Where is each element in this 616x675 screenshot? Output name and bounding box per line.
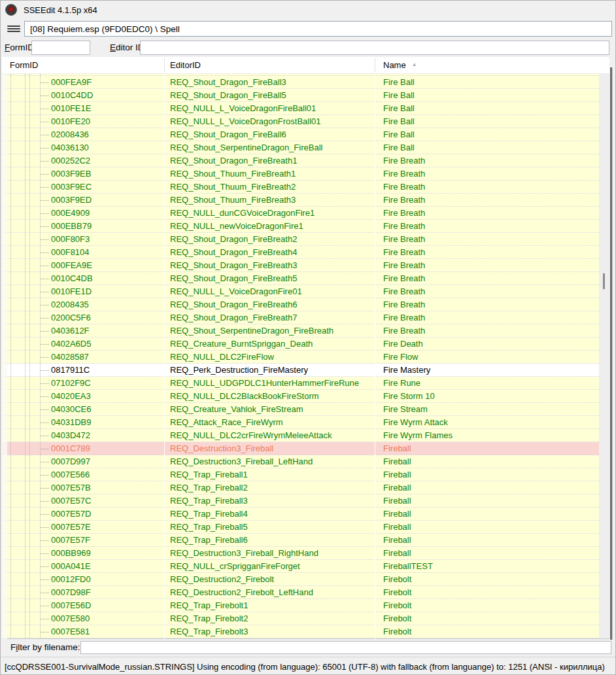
table-row[interactable]: 0007D98FREQ_Destruction2_Firebolt_LeftHa… — [2, 586, 599, 599]
tree-connector — [40, 331, 49, 332]
tree-connector — [40, 213, 49, 214]
tree-connector — [40, 226, 49, 227]
table-row[interactable]: 02008435REQ_Shout_Dragon_FireBreath6Fire… — [2, 298, 599, 311]
table-row[interactable]: 0010C4DBREQ_Shout_Dragon_FireBreath5Fire… — [2, 272, 599, 285]
name-cell: Fire Wyrm Attack — [375, 416, 599, 428]
table-row[interactable]: 02008436REQ_Shout_Dragon_FireBall6Fire B… — [2, 128, 599, 141]
table-row[interactable]: 0007E57BREQ_Trap_Fireball2Fireball — [2, 481, 599, 494]
breadcrumb[interactable]: [08] Requiem.esp (9FD0EDC0) \ Spell — [24, 21, 612, 37]
name-cell: Fire Ball — [375, 76, 599, 88]
table-row[interactable]: 0003F9EBREQ_Shout_Thuum_FireBreath1Fire … — [2, 167, 599, 181]
formid-cell: 0010C4DB — [2, 272, 164, 285]
table-row[interactable]: 0200C5F6REQ_Shout_Dragon_FireBreath7Fire… — [2, 311, 599, 324]
formid-cell: 04020EA3 — [2, 390, 164, 402]
app-icon — [5, 4, 17, 16]
panel-splitter[interactable] — [610, 67, 613, 648]
tree-connector — [40, 82, 49, 83]
formid-cell: 02008436 — [2, 128, 164, 141]
table-row[interactable]: 0402A6D5REQ_Creature_BurntSpriggan_Death… — [2, 338, 599, 351]
name-cell: Firebolt — [375, 586, 599, 598]
table-row[interactable]: 00012FD0REQ_Destruction2_FireboltFirebol… — [2, 573, 599, 586]
editorid-cell: REQ_Shout_Dragon_FireBreath2 — [164, 233, 375, 245]
table-row[interactable]: 000A041EREQ_NULL_crSprigganFireForgetFir… — [2, 560, 599, 573]
table-row[interactable]: 0403D472REQ_NULL_DLC2crFireWrymMeleeAtta… — [2, 429, 599, 442]
name-cell: Fire Breath — [375, 207, 599, 219]
title-bar: SSEEdit 4.1.5p x64 — [1, 1, 616, 19]
table-row[interactable]: 0007E57EREQ_Trap_Fireball5Fireball — [2, 521, 599, 534]
tree-connector — [40, 553, 49, 554]
header-separator[interactable] — [375, 58, 375, 72]
table-row[interactable]: 0010FE1EREQ_NULL_L_VoiceDragonFireBall01… — [2, 102, 599, 115]
tree-connector — [40, 462, 49, 462]
tree-connector — [40, 239, 49, 240]
editorid-cell: REQ_Trap_Firebolt1 — [164, 599, 375, 612]
scrollbar-thumb[interactable] — [603, 273, 605, 289]
formid-filter-input[interactable] — [31, 41, 90, 55]
editorid-cell: REQ_NULL_DLC2BlackBookFireStorm — [164, 390, 375, 402]
editorid-cell: REQ_NULL_L_VoiceDragonFire01 — [164, 285, 375, 298]
table-row[interactable]: 000F8104REQ_Shout_Dragon_FireBreath4Fire… — [2, 246, 599, 259]
table-row[interactable]: 0817911CREQ_Perk_Destruction_FireMastery… — [2, 364, 599, 377]
table-row[interactable]: 000FEA9EREQ_Shout_Dragon_FireBreath3Fire… — [2, 259, 599, 272]
editorid-cell: REQ_Trap_Fireball3 — [164, 494, 375, 507]
table-row[interactable]: 000E4909REQ_NULL_dunCGVoiceDragonFire1Fi… — [2, 207, 599, 220]
column-header-name[interactable]: Name ▲ — [383, 57, 417, 73]
name-cell: Fire Breath — [375, 272, 599, 285]
search-filter-bar: FormID Editor ID — [1, 39, 616, 57]
table-row[interactable]: 0007E581REQ_Trap_Firebolt3Firebolt — [2, 625, 599, 638]
header-separator[interactable] — [164, 58, 165, 72]
table-row[interactable]: 0007E57FREQ_Trap_Fireball6Fireball — [2, 534, 599, 547]
table-row[interactable]: 0007E566REQ_Trap_Fireball1Fireball — [2, 468, 599, 481]
table-row[interactable]: 04031DB9REQ_Attack_Race_FireWyrmFire Wyr… — [2, 416, 599, 429]
table-row[interactable]: 000252C2REQ_Shout_Dragon_FireBreath1Fire… — [2, 154, 599, 167]
tree-connector — [40, 409, 49, 410]
menu-icon[interactable] — [7, 24, 20, 33]
filename-filter-input[interactable] — [80, 641, 611, 654]
table-row[interactable]: 000EBB79REQ_NULL_newVoiceDragonFire1Fire… — [2, 220, 599, 233]
table-row[interactable]: 0010FE1DREQ_NULL_L_VoiceDragonFire01Fire… — [2, 285, 599, 298]
editorid-cell: REQ_NULL_newVoiceDragonFire1 — [164, 220, 375, 232]
tree-connector — [40, 449, 49, 449]
table-row[interactable]: 0007E57CREQ_Trap_Fireball3Fireball — [2, 494, 599, 508]
table-row[interactable]: 0007E580REQ_Trap_Firebolt2Firebolt — [2, 612, 599, 625]
table-row[interactable]: 04028587REQ_NULL_DLC2FireFlowFire Flow — [2, 351, 599, 364]
table-row[interactable]: 04036130REQ_Shout_SerpentineDragon_FireB… — [2, 141, 599, 154]
table-row[interactable]: 0010C4DDREQ_Shout_Dragon_FireBall5Fire B… — [2, 89, 599, 102]
editorid-cell: REQ_Shout_Dragon_FireBreath4 — [164, 246, 375, 258]
name-cell: Fire Breath — [375, 285, 599, 298]
formid-cell: 0402A6D5 — [2, 338, 164, 350]
table-row[interactable]: 07102F9CREQ_NULL_UDGPDLC1HunterHammerFir… — [2, 377, 599, 390]
table-row[interactable]: 04020EA3REQ_NULL_DLC2BlackBookFireStormF… — [2, 390, 599, 403]
filename-filter-label: Filter by filename: — [10, 642, 80, 652]
name-cell: Fire Mastery — [375, 364, 599, 376]
editorid-cell: REQ_Trap_Fireball6 — [164, 534, 375, 546]
formid-cell: 000252C2 — [2, 154, 164, 167]
column-header-editorid[interactable]: EditorID — [170, 57, 201, 73]
tree-connector — [40, 540, 49, 541]
tree-connector — [40, 593, 49, 593]
editorid-filter-input[interactable] — [140, 41, 609, 55]
vertical-scrollbar[interactable] — [599, 74, 609, 638]
table-row[interactable]: 000FEA9FREQ_Shout_Dragon_FireBall3Fire B… — [2, 76, 599, 89]
editorid-cell: REQ_Shout_Thuum_FireBreath1 — [164, 167, 375, 180]
name-cell: Firebolt — [375, 625, 599, 638]
table-row[interactable]: 0001C789REQ_Destruction3_FireballFirebal… — [2, 442, 599, 455]
tree-connector — [40, 475, 49, 476]
table-row[interactable]: 0003F9ECREQ_Shout_Thuum_FireBreath2Fire … — [2, 181, 599, 194]
table-row[interactable]: 0007E56DREQ_Trap_Firebolt1Firebolt — [2, 599, 599, 612]
table-row[interactable]: 0007D997REQ_Destruction3_Fireball_LeftHa… — [2, 455, 599, 468]
name-cell: Fire Breath — [375, 259, 599, 271]
table-row[interactable]: 0003F9EDREQ_Shout_Thuum_FireBreath3Fire … — [2, 194, 599, 207]
table-row[interactable]: 04030CE6REQ_Creature_Vahlok_FireStreamFi… — [2, 403, 599, 416]
table-row[interactable]: 0010FE20REQ_NULL_L_VoiceDragonFrostBall0… — [2, 115, 599, 128]
editorid-cell: REQ_Trap_Fireball4 — [164, 508, 375, 520]
name-cell: Fireball — [375, 547, 599, 559]
column-header-formid[interactable]: FormID — [10, 57, 38, 73]
editorid-cell: REQ_Shout_Dragon_FireBall3 — [164, 76, 375, 88]
table-row[interactable]: 000F80F3REQ_Shout_Dragon_FireBreath2Fire… — [2, 233, 599, 246]
editorid-cell: REQ_Creature_Vahlok_FireStream — [164, 403, 375, 415]
table-row[interactable]: 0403612FREQ_Shout_SerpentineDragon_FireB… — [2, 324, 599, 338]
table-row[interactable]: 000BB969REQ_Destruction3_Fireball_RightH… — [2, 547, 599, 560]
table-row[interactable]: 0007E57DREQ_Trap_Fireball4Fireball — [2, 508, 599, 521]
editorid-cell: REQ_Trap_Firebolt2 — [164, 612, 375, 625]
